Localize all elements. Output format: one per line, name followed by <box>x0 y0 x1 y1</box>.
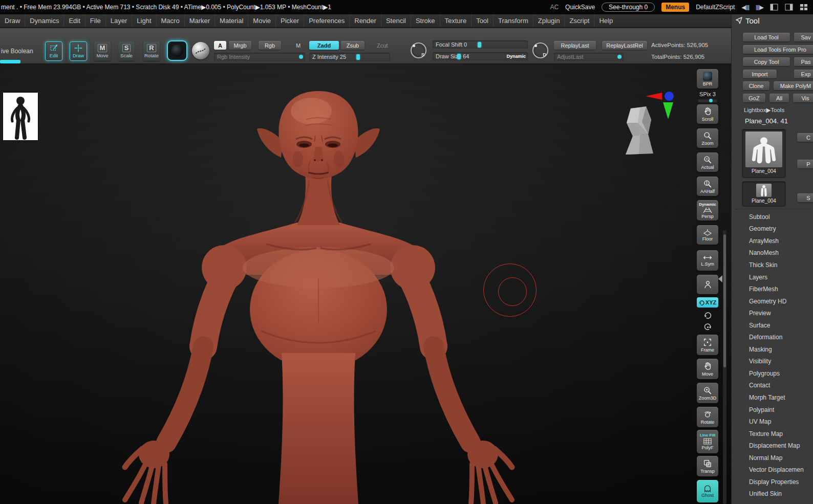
scale-button[interactable]: S Scale <box>118 41 135 61</box>
local-symmetry-button[interactable]: L.Sym <box>697 250 718 271</box>
recent-tool-thumbnail[interactable]: Plane_004 <box>742 181 786 207</box>
frame-button[interactable]: Frame <box>697 335 718 355</box>
cutoff-button-top[interactable]: C <box>797 133 813 142</box>
rotate-canvas-button[interactable]: Rotate <box>697 407 718 427</box>
export-button[interactable]: Exp <box>794 70 813 78</box>
m-mode-button[interactable]: M <box>296 42 301 49</box>
spix-thumb[interactable] <box>709 99 713 102</box>
load-tools-from-project-button[interactable]: Load Tools From Pro <box>743 45 813 54</box>
copy-tool-button[interactable]: Copy Tool <box>743 57 790 66</box>
rotate-ccw-icon[interactable] <box>702 310 713 320</box>
section-normal-map[interactable]: Normal Map <box>732 452 813 464</box>
menus-button[interactable]: Menus <box>661 3 689 12</box>
menu-texture[interactable]: Texture <box>440 14 472 27</box>
menu-macro[interactable]: Macro <box>156 14 184 27</box>
section-arraymesh[interactable]: ArrayMesh <box>732 235 813 247</box>
depth-knob[interactable]: D <box>532 42 548 58</box>
rotate-cw-icon[interactable] <box>702 321 713 332</box>
active-tool-thumbnail[interactable]: Plane_004 <box>742 129 786 178</box>
floor-grid-button[interactable]: Floor <box>697 225 718 245</box>
mrgb-button[interactable]: Mrgb <box>229 41 251 50</box>
menu-file[interactable]: File <box>85 14 105 27</box>
z-intensity-slider[interactable]: Z Intensity 25 <box>309 53 390 61</box>
menu-light[interactable]: Light <box>132 14 156 27</box>
section-displacement-map[interactable]: Displacement Map <box>732 440 813 452</box>
goz-all-button[interactable]: All <box>769 94 789 102</box>
menu-material[interactable]: Material <box>215 14 248 27</box>
section-thick-skin[interactable]: Thick Skin <box>732 259 813 271</box>
a-mode-button[interactable]: A <box>214 41 226 50</box>
see-through-slider[interactable]: See-through 0 <box>602 3 655 12</box>
edit-button[interactable]: Edit <box>45 41 62 61</box>
stroke-curvature-knob[interactable]: S <box>411 42 426 58</box>
scroll-button[interactable]: Scroll <box>697 104 718 124</box>
rotate-button[interactable]: R Rotate <box>143 41 160 61</box>
menu-render[interactable]: Render <box>349 14 381 27</box>
section-geometry-hd[interactable]: Geometry HD <box>732 295 813 308</box>
section-display-properties[interactable]: Display Properties <box>732 476 813 488</box>
stroke-type-button[interactable] <box>192 42 209 59</box>
menu-draw[interactable]: Draw <box>0 14 25 27</box>
menu-zplugin[interactable]: Zplugin <box>533 14 565 27</box>
menu-help[interactable]: Help <box>594 14 617 27</box>
dock-right-icon[interactable] <box>785 4 793 11</box>
cutoff-button-bottom[interactable]: S <box>797 193 813 202</box>
move-button[interactable]: M Move <box>94 41 111 61</box>
section-deformation[interactable]: Deformation <box>732 331 813 343</box>
goz-button[interactable]: GoZ <box>743 94 765 102</box>
section-layers[interactable]: Layers <box>732 271 813 283</box>
tray-left-arrows[interactable]: ◀|||| <box>741 4 749 11</box>
save-as-button[interactable]: Sav <box>794 33 813 41</box>
dock-left-icon[interactable] <box>770 4 778 11</box>
sculpt-viewport[interactable] <box>0 64 733 504</box>
menu-transform[interactable]: Transform <box>493 14 533 27</box>
actual-size-button[interactable]: Actual <box>697 152 718 172</box>
quicksave-button[interactable]: QuickSave <box>565 4 595 11</box>
zadd-button[interactable]: Zadd <box>309 41 339 50</box>
xyz-symmetry-button[interactable]: XYZ <box>697 297 718 308</box>
goz-visible-button[interactable]: Vis <box>793 94 813 102</box>
move-canvas-button[interactable]: Move <box>697 359 718 379</box>
document-thumbnail[interactable] <box>3 93 38 140</box>
menu-dynamics[interactable]: Dynamics <box>25 14 63 27</box>
rgb-button[interactable]: Rgb <box>259 41 281 50</box>
section-texture-map[interactable]: Texture Map <box>732 428 813 440</box>
section-subtool[interactable]: Subtool <box>732 211 813 223</box>
bpr-render-button[interactable]: BPR <box>697 69 718 89</box>
menu-layer[interactable]: Layer <box>105 14 132 27</box>
focal-shift-thumb[interactable] <box>478 42 481 48</box>
adjust-last-slider[interactable]: AdjustLast <box>554 53 624 61</box>
menu-tool[interactable]: Tool <box>471 14 493 27</box>
draw-size-slider[interactable]: Draw Size 64 Dynamic <box>433 52 528 60</box>
rgb-intensity-slider[interactable]: Rgb Intensity <box>214 53 305 61</box>
zoom-button[interactable]: Zoom <box>697 128 718 148</box>
menu-edit[interactable]: Edit <box>63 14 84 27</box>
focal-shift-slider[interactable]: Focal Shift 0 <box>433 40 528 49</box>
replay-last-button[interactable]: ReplayLast <box>554 41 596 50</box>
draw-size-thumb[interactable] <box>457 54 461 59</box>
panel-scrollbar-handle[interactable] <box>723 234 726 367</box>
rgb-intensity-thumb[interactable] <box>299 55 303 59</box>
section-polypaint[interactable]: Polypaint <box>732 404 813 416</box>
section-contact[interactable]: Contact <box>732 380 813 392</box>
y-axis-arrow-icon[interactable] <box>663 102 673 119</box>
section-unified-skin[interactable]: Unified Skin <box>732 488 813 500</box>
replay-last-rel-button[interactable]: ReplayLastRel <box>602 41 647 50</box>
ghost-button[interactable]: Ghost <box>697 480 718 502</box>
polyframe-button[interactable]: Line Fill PolyF <box>697 430 718 453</box>
lightbox-tools-link[interactable]: Lightbox▶Tools <box>744 106 784 114</box>
paste-tool-button[interactable]: Pas <box>794 57 813 66</box>
x-axis-arrow-icon[interactable] <box>646 93 662 100</box>
menu-zscript[interactable]: Zscript <box>564 14 594 27</box>
menu-marker[interactable]: Marker <box>184 14 215 27</box>
section-fibermesh[interactable]: FiberMesh <box>732 283 813 295</box>
panel-collapse-arrow[interactable] <box>718 275 722 282</box>
zsub-button[interactable]: Zsub <box>341 41 365 50</box>
tray-right-arrows[interactable]: ||||▶ <box>756 4 763 11</box>
zcut-button[interactable]: Zcut <box>377 42 388 49</box>
section-surface[interactable]: Surface <box>732 319 813 332</box>
local-transform-button[interactable] <box>697 275 718 294</box>
section-geometry[interactable]: Geometry <box>732 223 813 235</box>
default-zscript-button[interactable]: DefaultZScript <box>696 4 735 11</box>
section-visibility[interactable]: Visibility <box>732 356 813 368</box>
